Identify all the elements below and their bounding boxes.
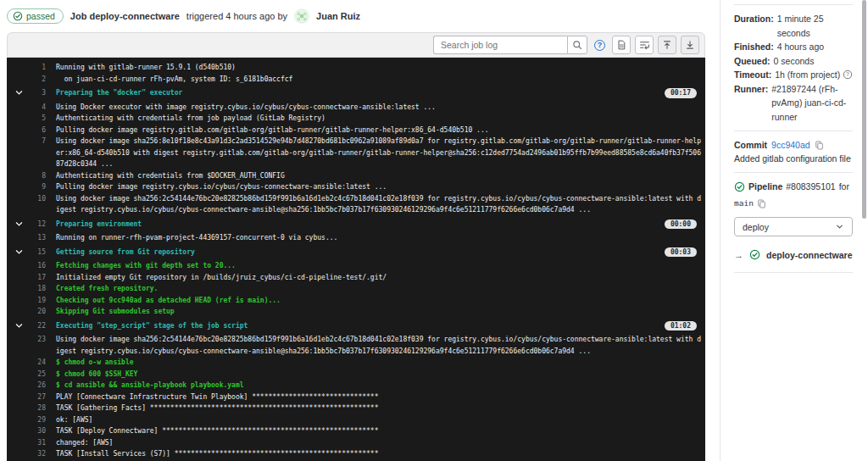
log-line-text: TASK [Deploy Connectware] **************…: [56, 425, 703, 437]
triggered-text: triggered 4 hours ago by: [186, 11, 287, 21]
log-line-number[interactable]: 20: [27, 306, 46, 318]
log-line-number[interactable]: 8: [27, 170, 46, 182]
detail-row: Duration:1 minute 25 seconds: [734, 12, 853, 40]
log-line: 9Pulling docker image registry.cybus.io/…: [15, 181, 705, 193]
log-line-text: ok: [AWS]: [56, 414, 703, 426]
log-line-number[interactable]: 26: [27, 380, 46, 392]
log-line: 30TASK [Deploy Connectware] ************…: [15, 425, 705, 437]
job-header: passed Job deploy-connectware triggered …: [7, 0, 705, 32]
log-line-text: Using Docker executor with image registr…: [56, 102, 703, 114]
log-line-number[interactable]: 9: [27, 181, 46, 193]
detail-value: 1h (from project): [775, 68, 840, 82]
log-line: 28TASK [Gathering Facts] ***************…: [15, 403, 705, 414]
log-line-number[interactable]: 30: [27, 425, 46, 437]
scroll-top-icon: [662, 40, 672, 50]
log-line-text: PLAY [Connectware Infrastructure Twin Pl…: [56, 392, 703, 403]
log-line-number[interactable]: 4: [27, 102, 46, 114]
section-duration-badge: 00:03: [665, 247, 697, 258]
log-line-number[interactable]: 16: [27, 260, 46, 272]
detail-label: Runner:: [734, 82, 768, 97]
log-line-text: Authenticating with credentials from $DO…: [56, 170, 703, 182]
gutter-spacer: [15, 283, 27, 295]
log-line-number[interactable]: 3: [27, 87, 46, 99]
scroll-top-button[interactable]: [658, 36, 676, 54]
log-line-number[interactable]: 29: [27, 414, 46, 426]
log-line-number[interactable]: 15: [27, 247, 46, 258]
detail-value: #21897244 (rFh-pvAmg) juan-ci-cd-runner: [771, 82, 853, 125]
pipeline-ref[interactable]: main: [734, 197, 754, 210]
log-line-text: $ cd ansible && ansible-playbook playboo…: [56, 380, 703, 392]
gutter-spacer: [15, 232, 27, 244]
log-toolbar: ?: [7, 32, 705, 58]
raw-log-button[interactable]: [612, 36, 631, 54]
status-badge[interactable]: passed: [7, 8, 64, 24]
pipeline-id[interactable]: #808395101: [786, 180, 835, 193]
section-chevron-icon[interactable]: [15, 87, 27, 99]
log-line-number[interactable]: 22: [27, 320, 46, 332]
detail-label: Finished:: [734, 40, 774, 54]
log-line: 8Authenticating with credentials from $D…: [15, 170, 705, 182]
timeout-help-icon[interactable]: ?: [843, 68, 853, 80]
log-line-number[interactable]: 18: [27, 283, 46, 295]
log-line-number[interactable]: 13: [27, 232, 46, 244]
scroll-bottom-button[interactable]: [681, 36, 699, 54]
detail-label: Duration:: [734, 12, 774, 26]
copy-icon[interactable]: [815, 141, 824, 150]
log-line-number[interactable]: 24: [27, 357, 46, 369]
commit-sha-link[interactable]: 9cc940ad: [771, 138, 810, 152]
gutter-spacer: [15, 272, 27, 284]
raw-file-icon: [616, 40, 626, 50]
log-line-number[interactable]: 10: [27, 193, 46, 216]
gutter-spacer: [15, 113, 27, 125]
log-line-text: Skipping Git submodules setup: [56, 306, 703, 318]
pipeline-for-text: for: [839, 180, 849, 193]
log-line-number[interactable]: 12: [27, 219, 46, 230]
log-line-text: Fetching changes with git depth set to 2…: [56, 260, 703, 272]
log-line-number[interactable]: 19: [27, 295, 46, 307]
log-line-number[interactable]: 5: [27, 113, 46, 125]
log-line-number[interactable]: 1: [27, 62, 46, 74]
log-line-number[interactable]: 2: [27, 74, 46, 86]
log-line: 29ok: [AWS]: [15, 414, 705, 426]
chevron-down-icon: [835, 222, 844, 231]
section-duration-badge: 00:17: [665, 88, 697, 98]
section-chevron-icon[interactable]: [15, 320, 27, 332]
log-line-text: Initialized empty Git repository in /bui…: [56, 272, 703, 284]
log-line-number[interactable]: 28: [27, 403, 46, 414]
help-icon[interactable]: ?: [594, 40, 605, 51]
avatar[interactable]: [294, 8, 309, 24]
scroll-bottom-icon: [685, 40, 695, 50]
gutter-spacer: [15, 437, 27, 449]
job-sidebar: Duration:1 minute 25 secondsFinished:4 h…: [720, 0, 868, 461]
log-line-number[interactable]: 27: [27, 392, 46, 403]
log-line: 27PLAY [Connectware Infrastructure Twin …: [15, 392, 705, 403]
gutter-spacer: [15, 295, 27, 307]
log-line-number[interactable]: 31: [27, 437, 46, 449]
section-chevron-icon[interactable]: [15, 247, 27, 258]
log-line-number[interactable]: 17: [27, 272, 46, 284]
log-line-number[interactable]: 25: [27, 369, 46, 380]
stage-dropdown[interactable]: deploy: [734, 217, 853, 236]
log-line-number[interactable]: 7: [27, 136, 46, 170]
log-line: 18Created fresh repository.: [15, 283, 705, 295]
log-line: 19Checking out 9cc940ad as detached HEAD…: [15, 295, 705, 307]
log-line-number[interactable]: 6: [27, 125, 46, 136]
gutter-spacer: [15, 125, 27, 136]
copy-icon[interactable]: [757, 199, 766, 208]
log-line-text: Preparing environment: [56, 219, 142, 230]
scrollbar[interactable]: [862, 0, 866, 219]
search-button[interactable]: [567, 36, 587, 54]
log-line-number[interactable]: 32: [27, 448, 46, 460]
commit-label: Commit: [734, 138, 767, 152]
log-line: 23Using docker image sha256:2c54144e76bc…: [15, 334, 705, 357]
status-badge-label: passed: [26, 11, 55, 21]
user-name[interactable]: Juan Ruiz: [316, 11, 360, 21]
log-line-number[interactable]: 23: [27, 334, 46, 357]
section-chevron-icon[interactable]: [15, 219, 27, 230]
gutter-spacer: [15, 369, 27, 380]
gutter-spacer: [15, 102, 27, 114]
log-line-text: Running with gitlab-runner 15.9.1 (d540b…: [56, 62, 703, 74]
sidebar-job-item[interactable]: → deploy-connectware: [734, 249, 853, 260]
wrap-lines-button[interactable]: [635, 36, 654, 54]
search-input[interactable]: [433, 36, 567, 54]
